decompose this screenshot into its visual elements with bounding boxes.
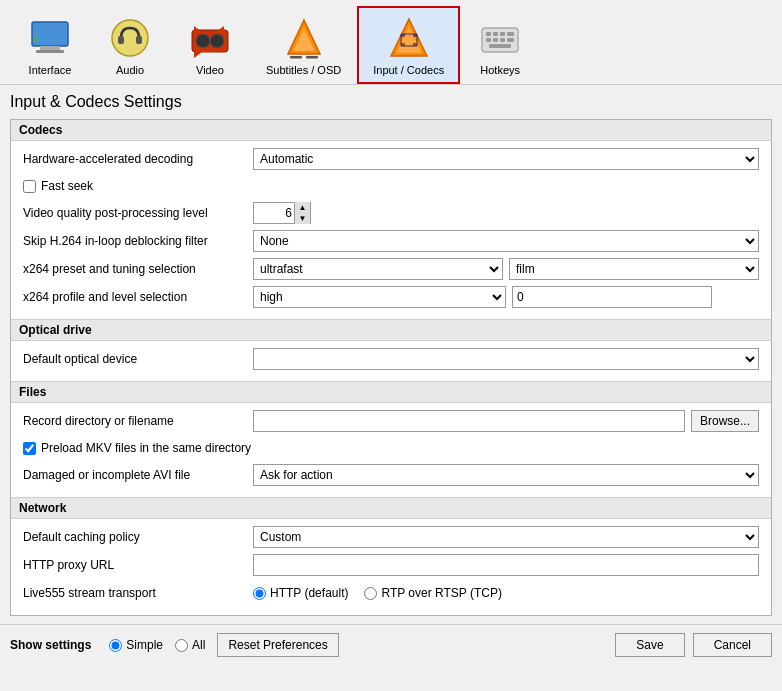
damaged-avi-control: Ask for action Repair Always repair Igno…: [253, 464, 759, 486]
x264-profile-label: x264 profile and level selection: [23, 290, 253, 304]
svg-rect-30: [500, 38, 505, 42]
network-section-header: Network: [11, 497, 771, 519]
footer-left: Show settings Simple All Reset Preferenc…: [10, 633, 607, 657]
damaged-avi-label: Damaged or incomplete AVI file: [23, 468, 253, 482]
live555-http-label: HTTP (default): [270, 586, 348, 600]
caching-control: Custom Lowest latency Low latency Normal…: [253, 526, 759, 548]
codecs-section-body: Hardware-accelerated decoding Automatic …: [11, 141, 771, 319]
main-content: Input & Codecs Settings Codecs Hardware-…: [0, 85, 782, 624]
skip-h264-control: None Non-ref Bidir Non-key All: [253, 230, 759, 252]
toolbar-label-audio: Audio: [116, 64, 144, 76]
damaged-avi-select[interactable]: Ask for action Repair Always repair Igno…: [253, 464, 759, 486]
footer: Show settings Simple All Reset Preferenc…: [0, 624, 782, 665]
toolbar-item-interface[interactable]: Interface: [10, 6, 90, 84]
caching-select[interactable]: Custom Lowest latency Low latency Normal…: [253, 526, 759, 548]
svg-rect-6: [136, 36, 142, 44]
damaged-avi-row: Damaged or incomplete AVI file Ask for a…: [23, 463, 759, 487]
preload-mkv-checkbox[interactable]: [23, 442, 36, 455]
toolbar-item-hotkeys[interactable]: Hotkeys: [460, 6, 540, 84]
optical-device-select[interactable]: [253, 348, 759, 370]
svg-rect-24: [486, 32, 491, 36]
vq-increment-button[interactable]: ▲: [294, 202, 310, 213]
svg-rect-19: [401, 34, 405, 37]
cancel-button[interactable]: Cancel: [693, 633, 772, 657]
all-option: All: [175, 638, 205, 652]
svg-rect-31: [507, 38, 514, 42]
subtitles-icon: [280, 14, 328, 62]
http-proxy-control: [253, 554, 759, 576]
svg-rect-15: [306, 56, 318, 59]
codecs-section-header: Codecs: [11, 120, 771, 141]
http-proxy-label: HTTP proxy URL: [23, 558, 253, 572]
toolbar-item-audio[interactable]: Audio: [90, 6, 170, 84]
skip-h264-label: Skip H.264 in-loop deblocking filter: [23, 234, 253, 248]
live555-radio-group: HTTP (default) RTP over RTSP (TCP): [253, 586, 502, 600]
preload-mkv-label: Preload MKV files in the same directory: [41, 441, 251, 455]
toolbar-item-video[interactable]: Video: [170, 6, 250, 84]
http-proxy-input[interactable]: [253, 554, 759, 576]
live555-rtp-radio[interactable]: [364, 587, 377, 600]
reset-preferences-button[interactable]: Reset Preferences: [217, 633, 338, 657]
x264-profile-select[interactable]: baseline main high high10 high422 high44…: [253, 286, 506, 308]
show-settings-label: Show settings: [10, 638, 91, 652]
vq-decrement-button[interactable]: ▼: [294, 213, 310, 224]
live555-http-option: HTTP (default): [253, 586, 348, 600]
record-input[interactable]: [253, 410, 685, 432]
live555-http-radio[interactable]: [253, 587, 266, 600]
x264-preset-row: x264 preset and tuning selection ultrafa…: [23, 257, 759, 281]
skip-h264-select[interactable]: None Non-ref Bidir Non-key All: [253, 230, 759, 252]
svg-rect-25: [493, 32, 498, 36]
x264-preset-label: x264 preset and tuning selection: [23, 262, 253, 276]
save-button[interactable]: Save: [615, 633, 684, 657]
caching-label: Default caching policy: [23, 530, 253, 544]
vq-spinbox-buttons: ▲ ▼: [294, 202, 310, 224]
preload-mkv-row: Preload MKV files in the same directory: [23, 437, 759, 459]
svg-rect-2: [36, 50, 64, 53]
x264-preset-select[interactable]: ultrafast superfast veryfast faster fast…: [253, 258, 503, 280]
optical-device-row: Default optical device: [23, 347, 759, 371]
http-proxy-row: HTTP proxy URL: [23, 553, 759, 577]
video-icon: [186, 14, 234, 62]
live555-rtp-label: RTP over RTSP (TCP): [381, 586, 501, 600]
svg-rect-20: [413, 34, 417, 37]
x264-tune-select[interactable]: film animation grain stillimage psnr ssi…: [509, 258, 759, 280]
toolbar-item-subtitles[interactable]: Subtitles / OSD: [250, 6, 357, 84]
optical-device-label: Default optical device: [23, 352, 253, 366]
svg-rect-5: [118, 36, 124, 44]
toolbar: Interface Audio: [0, 0, 782, 85]
fast-seek-checkbox[interactable]: [23, 180, 36, 193]
vq-control: ▲ ▼: [253, 202, 759, 224]
svg-rect-27: [507, 32, 514, 36]
hotkeys-icon: [476, 14, 524, 62]
settings-area: Codecs Hardware-accelerated decoding Aut…: [10, 119, 772, 616]
hw-decode-label: Hardware-accelerated decoding: [23, 152, 253, 166]
hw-decode-select[interactable]: Automatic Disable Any DXVA2 (GPU surface…: [253, 148, 759, 170]
toolbar-item-input-codecs[interactable]: Input / Codecs: [357, 6, 460, 84]
record-row: Record directory or filename Browse...: [23, 409, 759, 433]
vq-spinbox: ▲ ▼: [253, 202, 311, 224]
svg-rect-14: [290, 56, 302, 59]
record-label: Record directory or filename: [23, 414, 253, 428]
all-radio[interactable]: [175, 639, 188, 652]
x264-level-input[interactable]: [512, 286, 712, 308]
toolbar-label-subtitles: Subtitles / OSD: [266, 64, 341, 76]
browse-button[interactable]: Browse...: [691, 410, 759, 432]
fast-seek-label: Fast seek: [41, 179, 93, 193]
fast-seek-row: Fast seek: [23, 175, 759, 197]
vq-input[interactable]: [254, 203, 294, 223]
toolbar-label-input-codecs: Input / Codecs: [373, 64, 444, 76]
simple-radio[interactable]: [109, 639, 122, 652]
x264-profile-row: x264 profile and level selection baselin…: [23, 285, 759, 309]
audio-icon: [106, 14, 154, 62]
page-title: Input & Codecs Settings: [10, 93, 772, 111]
simple-option: Simple: [109, 638, 163, 652]
x264-preset-control: ultrafast superfast veryfast faster fast…: [253, 258, 759, 280]
record-control: Browse...: [253, 410, 759, 432]
all-label: All: [192, 638, 205, 652]
files-section-header: Files: [11, 381, 771, 403]
svg-rect-28: [486, 38, 491, 42]
caching-row: Default caching policy Custom Lowest lat…: [23, 525, 759, 549]
footer-right: Save Cancel: [615, 633, 772, 657]
svg-rect-0: [32, 22, 68, 46]
svg-rect-26: [500, 32, 505, 36]
